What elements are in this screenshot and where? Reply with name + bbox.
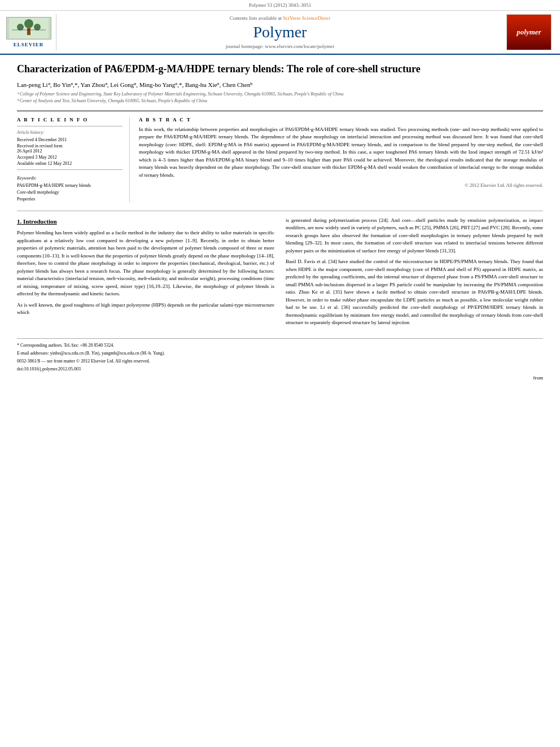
right-content-col: is generated during polymerization proce… — [286, 217, 543, 330]
affiliation-b: ᵇ Center of Analysis and Test, Sichuan U… — [17, 98, 543, 104]
from-label: from — [533, 375, 544, 381]
elsevier-wordmark: ELSEVIER — [14, 42, 44, 47]
journal-homepage: journal homepage: www.elsevier.com/locat… — [61, 43, 499, 49]
intro-para-2: As is well known, the good toughness of … — [17, 302, 274, 317]
intro-para-1: Polymer blending has been widely applied… — [17, 229, 274, 298]
main-content: 1. Introduction Polymer blending has bee… — [17, 217, 543, 330]
keyword-3: Properties — [17, 196, 123, 203]
contents-text: Contents lists available at — [230, 15, 282, 21]
footnote-doi: doi:10.1016/j.polymer.2012.05.003 — [17, 366, 543, 372]
svg-point-1 — [24, 19, 33, 28]
abstract-heading: A B S T R A C T — [139, 117, 543, 123]
from-text-area: from — [17, 375, 543, 381]
journal-title-display: Polymer — [61, 23, 499, 41]
content-divider — [17, 211, 543, 211]
polymer-logo: polymer — [506, 14, 552, 50]
authors-line: Lan-peng Liᵃ, Bo Yinᵃ,*, Yan Zhouᵃ, Lei … — [17, 81, 543, 89]
journal-citation: Polymer 53 (2012) 3043–3051 — [249, 2, 312, 8]
footnote-section: * Corresponding authors. Tel./fax: +86 2… — [17, 338, 543, 373]
left-content-col: 1. Introduction Polymer blending has bee… — [17, 217, 274, 330]
sciverse-link-text[interactable]: SciVerse ScienceDirect — [283, 15, 330, 21]
svg-rect-5 — [12, 29, 46, 30]
sciverse-line: Contents lists available at SciVerse Sci… — [61, 15, 499, 21]
affiliations: ᵃ College of Polymer Science and Enginee… — [17, 91, 543, 103]
info-divider-2 — [17, 169, 123, 170]
polymer-logo-box: polymer — [504, 14, 554, 50]
footnote-corresponding: * Corresponding authors. Tel./fax: +86 2… — [17, 342, 543, 348]
article-info-column: A R T I C L E I N F O Article history: R… — [17, 117, 130, 203]
elsevier-image — [6, 17, 51, 40]
received-date: Received 4 December 2011 — [17, 137, 123, 142]
svg-rect-4 — [27, 28, 30, 35]
footnote-email: E-mail addresses: yinbo@scu.edu.cn (B. Y… — [17, 350, 543, 356]
article-title: Characterization of PA6/EPDM-g-MA/HDPE t… — [17, 63, 543, 76]
article-body: Characterization of PA6/EPDM-g-MA/HDPE t… — [0, 55, 560, 386]
abstract-column: A B S T R A C T In this work, the relati… — [139, 117, 543, 203]
polymer-logo-text: polymer — [517, 28, 541, 37]
intro-right-para-1: is generated during polymerization proce… — [286, 217, 543, 255]
keyword-2: Core-shell morphology — [17, 189, 123, 196]
keyword-1: PA6/EPDM-g-MA/HDPE ternary blends — [17, 182, 123, 189]
article-info-heading: A R T I C L E I N F O — [17, 117, 123, 123]
introduction-heading: 1. Introduction — [17, 217, 274, 226]
abstract-text: In this work, the relationship between p… — [139, 126, 543, 180]
footnote-issn: 0032-3861/$ — see front matter © 2012 El… — [17, 358, 543, 364]
keywords-label: Keywords: — [17, 176, 123, 181]
top-bar: Polymer 53 (2012) 3043–3051 — [0, 0, 560, 11]
journal-header: ELSEVIER Contents lists available at Sci… — [0, 11, 560, 55]
authors-text: Lan-peng Liᵃ, Bo Yinᵃ,*, Yan Zhouᵃ, Lei … — [17, 81, 253, 88]
accepted-date: Accepted 3 May 2012 — [17, 155, 123, 160]
info-divider-1 — [17, 126, 123, 126]
elsevier-tree-icon — [9, 18, 49, 38]
history-label: Article history: — [17, 130, 123, 135]
available-date: Available online 12 May 2012 — [17, 161, 123, 166]
journal-center-info: Contents lists available at SciVerse Sci… — [61, 14, 499, 50]
elsevier-logo-section: ELSEVIER — [6, 14, 56, 50]
info-abstract-section: A R T I C L E I N F O Article history: R… — [17, 111, 543, 203]
keywords-list: PA6/EPDM-g-MA/HDPE ternary blends Core-s… — [17, 182, 123, 203]
revised-date: Received in revised form 26 April 2012 — [17, 143, 123, 154]
copyright-line: © 2012 Elsevier Ltd. All rights reserved… — [139, 182, 543, 188]
affiliation-a: ᵃ College of Polymer Science and Enginee… — [17, 91, 543, 97]
intro-right-para-2: Basil D. Favis et al. [34] have studied … — [286, 258, 543, 327]
